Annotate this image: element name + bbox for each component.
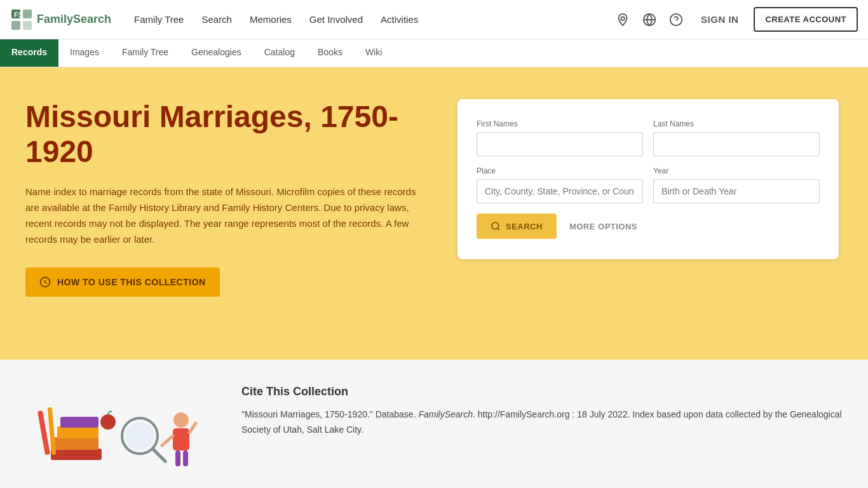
search-place-year-row: Place Year [477,166,820,203]
how-to-use-button[interactable]: HOW TO USE THIS COLLECTION [25,268,220,297]
svg-rect-15 [37,410,50,455]
logo[interactable]: FS FamilySearch [10,8,111,31]
svg-point-9 [492,222,499,229]
svg-line-22 [162,436,173,445]
svg-rect-25 [183,451,188,466]
svg-point-14 [100,414,116,430]
place-input[interactable] [477,179,643,203]
sub-nav-records[interactable]: Records [0,39,58,67]
sub-nav-images[interactable]: Images [58,39,111,67]
page-title: Missouri Marriages, 1750-1920 [25,99,432,169]
gear-circle-icon [39,276,51,288]
nav-get-involved[interactable]: Get Involved [302,9,370,30]
hero-section: Missouri Marriages, 1750-1920 Name index… [0,67,868,360]
first-names-group: First Names [477,119,643,156]
search-button[interactable]: SEARCH [477,214,557,239]
svg-rect-24 [175,451,180,466]
citation-area: Cite This Collection "Missouri Marriages… [241,385,843,438]
svg-line-19 [153,449,165,461]
svg-rect-2 [11,21,20,30]
svg-text:FS: FS [14,11,23,18]
nav-search[interactable]: Search [194,9,240,30]
year-label: Year [653,166,820,175]
svg-rect-12 [57,426,98,438]
sign-in-button[interactable]: SIGN IN [693,10,746,29]
search-card: First Names Last Names Place Year [458,99,839,259]
form-actions: SEARCH MORE OPTIONS [477,214,820,239]
svg-rect-3 [23,21,32,30]
main-nav: Family Tree Search Memories Get Involved… [126,9,613,30]
last-names-label: Last Names [653,119,820,128]
search-name-row: First Names Last Names [477,119,820,156]
first-names-input[interactable] [477,132,643,156]
location-icon-btn[interactable] [613,10,632,29]
svg-point-5 [621,17,625,20]
illustration-area [25,385,216,487]
svg-point-20 [173,412,189,428]
create-account-button[interactable]: CREATE ACCOUNT [754,7,858,32]
citation-title: Cite This Collection [241,385,843,398]
svg-rect-21 [173,428,189,451]
sub-nav-wiki[interactable]: Wiki [354,39,393,67]
sub-nav-catalog[interactable]: Catalog [253,39,306,67]
year-group: Year [653,166,820,203]
globe-icon-btn[interactable] [640,10,659,29]
help-icon-btn[interactable] [667,10,686,29]
globe-icon [642,13,656,27]
sub-nav: Records Images Family Tree Genealogies C… [0,39,868,67]
search-icon [491,221,501,231]
svg-rect-10 [51,449,102,460]
place-label: Place [477,166,643,175]
illustration [32,385,210,487]
sub-nav-genealogies[interactable]: Genealogies [180,39,253,67]
location-icon [616,13,630,27]
help-icon [669,13,683,27]
logo-icon: FS [10,8,33,31]
first-names-label: First Names [477,119,643,128]
logo-text: FamilySearch [37,13,111,26]
more-options-button[interactable]: MORE OPTIONS [569,222,637,231]
svg-rect-11 [54,437,98,450]
svg-line-23 [189,423,196,433]
hero-description: Name index to marriage records from the … [25,184,432,247]
sub-nav-family-tree[interactable]: Family Tree [111,39,180,67]
header: FS FamilySearch Family Tree Search Memor… [0,0,868,39]
last-names-group: Last Names [653,119,820,156]
svg-rect-1 [23,10,32,18]
year-input[interactable] [653,179,820,203]
hero-left: Missouri Marriages, 1750-1920 Name index… [25,99,432,297]
bottom-section: Cite This Collection "Missouri Marriages… [0,360,868,488]
nav-family-tree[interactable]: Family Tree [126,9,191,30]
last-names-input[interactable] [653,132,820,156]
nav-activities[interactable]: Activities [373,9,426,30]
sub-nav-books[interactable]: Books [306,39,354,67]
place-group: Place [477,166,643,203]
header-actions: SIGN IN CREATE ACCOUNT [613,7,858,32]
svg-point-18 [126,422,154,450]
svg-rect-13 [60,417,98,428]
citation-text: "Missouri Marriages, 1750-1920." Databas… [241,407,843,438]
nav-memories[interactable]: Memories [242,9,299,30]
